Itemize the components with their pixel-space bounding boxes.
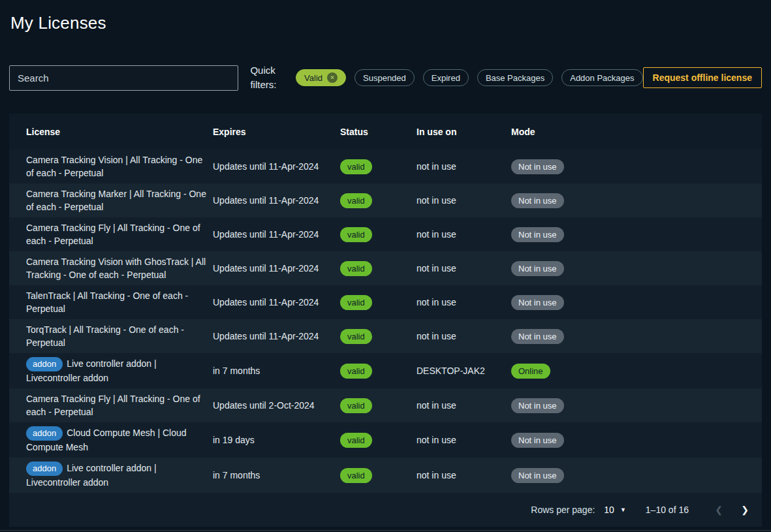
- table-body: Camera Tracking Vision | All Tracking - …: [9, 149, 762, 493]
- mode-badge: Not in use: [511, 398, 564, 413]
- mode-badge: Not in use: [511, 227, 564, 242]
- mode-badge: Not in use: [511, 159, 564, 174]
- expires-cell: Updates until 11-Apr-2024: [213, 156, 340, 177]
- license-cell: TalenTrack | All Tracking - One of each …: [9, 285, 213, 319]
- close-icon[interactable]: ✕: [327, 72, 338, 83]
- expires-cell: in 7 months: [213, 360, 340, 381]
- license-cell: Camera Tracking Vision with GhosTrack | …: [9, 251, 213, 285]
- rows-per-page-label: Rows per page:: [531, 505, 595, 515]
- license-cell: TorqTrack | All Tracking - One of each -…: [9, 319, 213, 353]
- table-row: Camera Tracking Vision | All Tracking - …: [9, 149, 762, 183]
- column-header-license: License: [9, 127, 213, 137]
- expires-cell: Updates until 11-Apr-2024: [213, 190, 340, 211]
- previous-page-button[interactable]: ❮: [706, 497, 732, 523]
- expires-cell: Updates until 11-Apr-2024: [213, 224, 340, 245]
- expires-cell: Updates until 2-Oct-2024: [213, 395, 340, 416]
- table-header: License Expires Status In use on Mode: [9, 114, 762, 149]
- status-badge: valid: [340, 433, 372, 448]
- chevron-down-icon: ▼: [620, 507, 626, 513]
- addon-badge: addon: [26, 426, 63, 441]
- table-row: addonLive controller addon | Livecontrol…: [9, 458, 762, 493]
- mode-cell: Not in use: [511, 257, 762, 280]
- license-name: Camera Tracking Vision | All Tracking - …: [26, 155, 202, 178]
- mode-cell: Not in use: [511, 155, 762, 178]
- mode-badge: Not in use: [511, 193, 564, 208]
- status-cell: valid: [340, 429, 417, 452]
- in-use-on-cell: not in use: [417, 258, 511, 279]
- column-header-status: Status: [340, 127, 417, 137]
- status-badge: valid: [340, 193, 372, 208]
- mode-cell: Online: [511, 360, 762, 383]
- licenses-table: License Expires Status In use on Mode Ca…: [9, 114, 762, 527]
- status-cell: valid: [340, 394, 417, 417]
- table-row: Camera Tracking Fly | All Tracking - One…: [9, 217, 762, 251]
- column-header-in-use-on: In use on: [417, 127, 511, 137]
- license-cell: addonLive controller addon | Livecontrol…: [9, 458, 213, 493]
- in-use-on-cell: not in use: [417, 326, 511, 347]
- status-cell: valid: [340, 257, 417, 280]
- mode-badge: Not in use: [511, 329, 564, 344]
- expires-cell: in 19 days: [213, 430, 340, 450]
- filter-chip-valid[interactable]: Valid✕: [296, 69, 346, 86]
- license-name: Camera Tracking Vision with GhosTrack | …: [26, 257, 206, 280]
- next-page-button[interactable]: ❯: [732, 497, 758, 523]
- license-name: TorqTrack | All Tracking - One of each -…: [26, 324, 184, 348]
- addon-badge: addon: [26, 357, 63, 371]
- column-header-expires: Expires: [213, 127, 340, 137]
- filter-chip-expired[interactable]: Expired: [423, 69, 469, 86]
- status-cell: valid: [340, 155, 417, 178]
- in-use-on-cell: not in use: [417, 156, 511, 177]
- mode-cell: Not in use: [511, 189, 762, 212]
- filter-chip-label: Base Packages: [486, 73, 544, 83]
- mode-badge: Not in use: [511, 433, 564, 448]
- status-badge: valid: [340, 227, 372, 242]
- mode-badge: Online: [511, 364, 550, 379]
- in-use-on-cell: not in use: [417, 190, 511, 211]
- expires-cell: Updates until 11-Apr-2024: [213, 258, 340, 279]
- status-cell: valid: [340, 223, 417, 246]
- in-use-on-cell: not in use: [417, 395, 511, 416]
- status-cell: valid: [340, 464, 417, 487]
- status-cell: valid: [340, 360, 417, 383]
- expires-cell: Updates until 11-Apr-2024: [213, 292, 340, 313]
- filter-chip-label: Addon Packages: [570, 73, 634, 83]
- table-row: TorqTrack | All Tracking - One of each -…: [9, 319, 762, 353]
- filter-chip-suspended[interactable]: Suspended: [354, 69, 415, 86]
- table-row: addonCloud Compute Mesh | Cloud Compute …: [9, 422, 762, 458]
- status-badge: valid: [340, 295, 372, 310]
- status-badge: valid: [340, 329, 372, 344]
- request-offline-license-button[interactable]: Request offline license: [643, 67, 762, 88]
- license-cell: Camera Tracking Marker | All Tracking - …: [9, 183, 213, 217]
- filter-chip-label: Expired: [432, 73, 460, 83]
- license-cell: Camera Tracking Vision | All Tracking - …: [9, 149, 213, 183]
- column-header-mode: Mode: [511, 127, 762, 137]
- my-licenses-page: My Licenses Quick filters: Valid✕Suspend…: [0, 0, 771, 532]
- filter-chip-addon-packages[interactable]: Addon Packages: [561, 69, 642, 86]
- addon-badge: addon: [26, 462, 63, 476]
- quick-filters-label: Quick filters:: [250, 63, 288, 92]
- bottom-divider: [0, 530, 771, 531]
- license-cell: addonLive controller addon | Livecontrol…: [9, 353, 213, 388]
- mode-badge: Not in use: [511, 295, 564, 310]
- mode-cell: Not in use: [511, 394, 762, 417]
- mode-cell: Not in use: [511, 429, 762, 452]
- status-cell: valid: [340, 291, 417, 314]
- license-cell: addonCloud Compute Mesh | Cloud Compute …: [9, 422, 213, 458]
- status-badge: valid: [340, 364, 372, 379]
- table-row: Camera Tracking Vision with GhosTrack | …: [9, 251, 762, 285]
- table-row: TalenTrack | All Tracking - One of each …: [9, 285, 762, 319]
- filter-chip-base-packages[interactable]: Base Packages: [477, 69, 553, 86]
- filter-chip-label: Valid: [304, 73, 323, 83]
- in-use-on-cell: not in use: [417, 465, 511, 486]
- mode-cell: Not in use: [511, 464, 762, 487]
- license-name: Camera Tracking Fly | All Tracking - One…: [26, 223, 200, 246]
- rows-per-page-select[interactable]: 10 ▼: [604, 505, 626, 515]
- pagination-range: 1–10 of 16: [646, 505, 689, 515]
- status-badge: valid: [340, 398, 372, 413]
- license-name: Camera Tracking Fly | All Tracking - One…: [26, 394, 200, 417]
- mode-cell: Not in use: [511, 223, 762, 246]
- in-use-on-cell: DESKTOP-JAK2: [417, 360, 511, 381]
- status-cell: valid: [340, 325, 417, 348]
- search-input[interactable]: [9, 65, 238, 91]
- status-badge: valid: [340, 261, 372, 276]
